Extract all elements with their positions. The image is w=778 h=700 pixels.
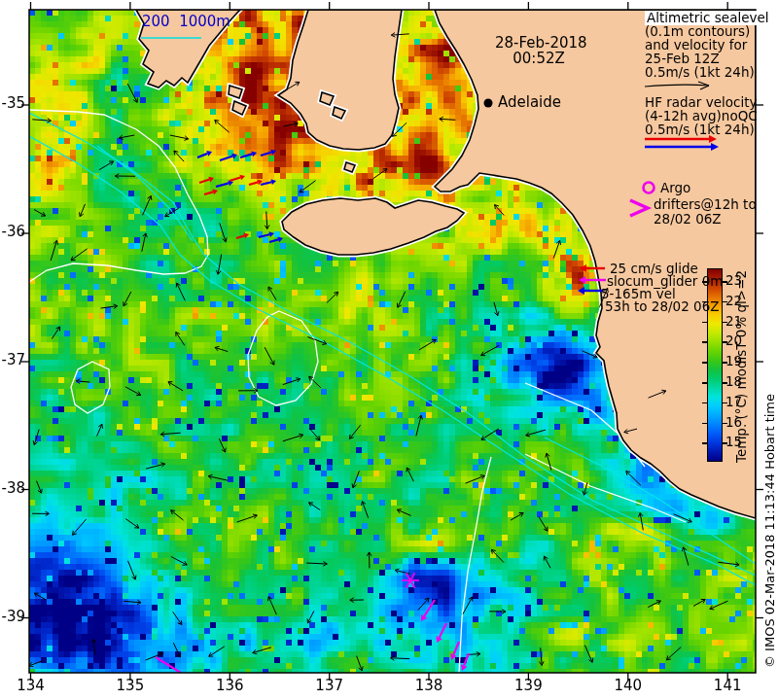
colorbar-tick: [702, 442, 708, 444]
colorbar-tick-label: 18: [725, 374, 742, 388]
colorbar-tick: [702, 402, 708, 404]
colorbar-tick-label: 20: [725, 333, 742, 347]
date-line-2: 00:52Z: [495, 52, 583, 67]
sst-map-figure: 28-Feb-2018 00:52Z Adelaide 200 1000m Ar…: [0, 0, 778, 700]
drifters-legend-line: drifters@12h to: [654, 197, 757, 211]
hf-radar-vectors: [197, 150, 283, 243]
colorbar-tick-label: 22: [725, 294, 742, 307]
altimetry-legend-line: 0.5m/s (1kt 24h): [645, 65, 755, 79]
colorbar-tick: [702, 362, 708, 364]
lon-tick-label: 135: [111, 679, 150, 694]
adelaide-dot: [484, 99, 493, 108]
colorbar-tick: [702, 341, 708, 343]
drifter-track-marks: [156, 573, 469, 673]
colorbar-tick-label: 21: [725, 314, 742, 328]
lon-tick-label: 138: [409, 679, 448, 694]
lat-tick-label: -38: [0, 481, 25, 497]
colorbar: [707, 268, 723, 462]
attribution-text: © IMOS 02-Mar-2018 11:13:44 Hobart time: [762, 394, 777, 668]
lon-tick-label: 140: [609, 679, 648, 694]
colorbar-tick-label: 16: [725, 415, 742, 429]
lat-tick-label: -37: [0, 353, 25, 368]
colorbar-tick-label: 23: [725, 273, 742, 287]
colorbar-tick-label: 17: [725, 395, 742, 408]
glider-legend-line: 53h to 28/02 06Z: [605, 299, 720, 313]
depth-contour-legend-label: 200 1000m: [142, 15, 230, 30]
city-label-adelaide: Adelaide: [498, 95, 561, 111]
lat-tick-label: -35: [0, 96, 25, 112]
drifters-legend-line: 28/02 06Z: [654, 212, 722, 226]
lat-tick-label: -39: [0, 610, 25, 625]
lon-tick-label: 136: [210, 679, 249, 694]
colorbar-tick-label: 19: [725, 354, 742, 368]
lon-tick-label: 141: [708, 679, 747, 694]
colorbar-tick: [702, 382, 708, 384]
lon-tick-label: 134: [12, 679, 51, 694]
argo-legend-label: Argo: [660, 181, 690, 194]
colorbar-tick: [702, 322, 708, 324]
lon-tick-label: 139: [509, 679, 548, 694]
hf-radar-legend-line: 0.5m/s (1kt 24h): [645, 122, 755, 136]
colorbar-tick: [702, 423, 708, 425]
lon-tick-label: 137: [310, 679, 349, 694]
colorbar-tick-label: 15: [725, 435, 742, 448]
lat-tick-label: -36: [0, 225, 25, 240]
